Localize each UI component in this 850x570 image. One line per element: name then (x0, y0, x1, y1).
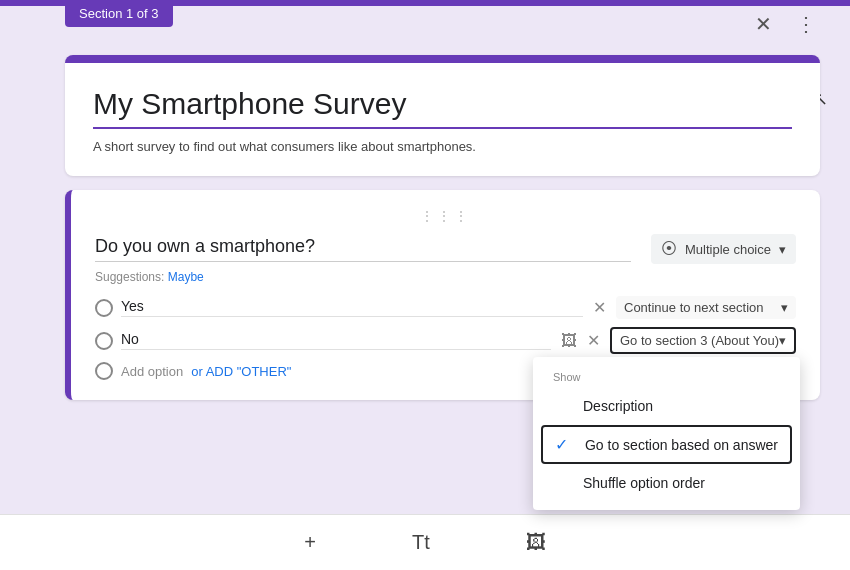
add-option-radio (95, 362, 113, 380)
answer-actions-yes: ✕ (591, 296, 608, 319)
check-description (553, 397, 573, 415)
survey-description: A short survey to find out what consumer… (93, 139, 792, 154)
check-go-to-section: ✓ (555, 435, 575, 454)
question-type-dropdown[interactable]: ⦿ Multiple choice ▾ (651, 234, 796, 264)
top-right-icons: ✕ ⋮ (751, 8, 820, 40)
add-title-button[interactable]: Tt (404, 523, 438, 562)
radio-no (95, 332, 113, 350)
question-header: Do you own a smartphone? ⦿ Multiple choi… (95, 234, 796, 264)
check-shuffle (553, 474, 573, 492)
title-card: My Smartphone Survey A short survey to f… (65, 55, 820, 176)
menu-label-shuffle: Shuffle option order (583, 475, 705, 491)
answer-actions-no: 🖼 ✕ (559, 329, 602, 352)
close-icon[interactable]: ✕ (751, 8, 776, 40)
section-badge: Section 1 of 3 (65, 0, 173, 27)
answer-row-no: No 🖼 ✕ Go to section 3 (About You) ▾ (95, 327, 796, 354)
add-other-link[interactable]: or ADD "OTHER" (191, 364, 291, 379)
remove-no-icon[interactable]: ✕ (585, 329, 602, 352)
menu-item-go-to-section[interactable]: ✓ Go to section based on answer (541, 425, 792, 464)
question-text: Do you own a smartphone? (95, 236, 631, 262)
answer-text-yes: Yes (121, 298, 583, 317)
section-nav-yes[interactable]: Continue to next section ▾ (616, 296, 796, 319)
remove-yes-icon[interactable]: ✕ (591, 296, 608, 319)
context-menu-header: Show (533, 365, 800, 387)
drag-handle: ⋮⋮⋮ (95, 208, 796, 224)
add-image-button[interactable]: 🖼 (518, 523, 554, 562)
context-menu: Show Description ✓ Go to section based o… (533, 357, 800, 510)
section-nav-no[interactable]: Go to section 3 (About You) ▾ (610, 327, 796, 354)
menu-item-shuffle[interactable]: Shuffle option order (533, 464, 800, 502)
more-icon[interactable]: ⋮ (792, 8, 820, 40)
radio-yes (95, 299, 113, 317)
section-nav-yes-label: Continue to next section (624, 300, 763, 315)
bottom-toolbar: + Tt 🖼 (0, 514, 850, 570)
chevron-down-icon: ▾ (779, 242, 786, 257)
answer-text-no: No (121, 331, 551, 350)
chevron-down-icon-no: ▾ (779, 333, 786, 348)
suggestion-link[interactable]: Maybe (168, 270, 204, 284)
menu-label-description: Description (583, 398, 653, 414)
menu-item-description[interactable]: Description (533, 387, 800, 425)
add-option-text: Add option (121, 364, 183, 379)
chevron-down-icon: ▾ (781, 300, 788, 315)
question-type-label: Multiple choice (685, 242, 771, 257)
suggestions-row: Suggestions: Maybe (95, 270, 796, 284)
survey-title: My Smartphone Survey (93, 87, 792, 129)
menu-label-go-to-section: Go to section based on answer (585, 437, 778, 453)
add-question-button[interactable]: + (296, 523, 324, 562)
section-nav-no-label: Go to section 3 (About You) (620, 333, 779, 348)
answer-row-yes: Yes ✕ Continue to next section ▾ (95, 296, 796, 319)
image-no-icon[interactable]: 🖼 (559, 330, 579, 352)
